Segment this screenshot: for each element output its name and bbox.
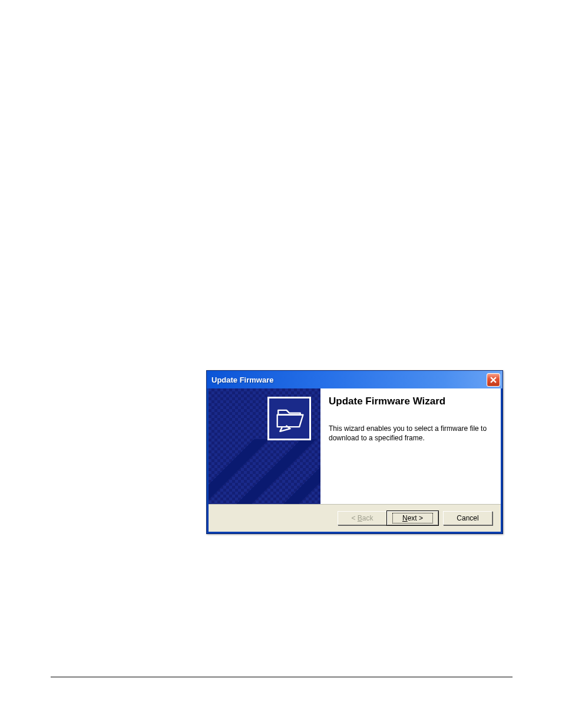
window-title: Update Firmware <box>211 375 487 384</box>
cancel-button[interactable]: Cancel <box>443 511 492 525</box>
back-button: < Back <box>338 511 387 525</box>
wizard-main-panel: Update Firmware Wizard This wizard enabl… <box>320 388 501 504</box>
firmware-folder-icon <box>267 397 311 440</box>
cancel-label: Cancel <box>457 514 478 522</box>
dialog-body: Update Firmware Wizard This wizard enabl… <box>207 388 503 533</box>
wizard-heading: Update Firmware Wizard <box>329 396 495 407</box>
titlebar[interactable]: Update Firmware <box>207 371 503 388</box>
update-firmware-dialog: Update Firmware <box>206 370 503 534</box>
close-icon <box>490 377 497 383</box>
nav-button-pair: < Back Next > <box>338 511 438 525</box>
next-label: Next > <box>392 513 433 523</box>
back-label: < Back <box>351 514 373 522</box>
close-button[interactable] <box>487 373 500 387</box>
button-row: < Back Next > Cancel <box>209 504 501 532</box>
wizard-description: This wizard enables you to select a firm… <box>329 424 495 443</box>
wizard-side-graphic <box>209 388 320 504</box>
page-divider <box>51 677 513 677</box>
next-button[interactable]: Next > <box>387 511 438 525</box>
side-diagonal-lines-icon <box>209 439 320 504</box>
content-row: Update Firmware Wizard This wizard enabl… <box>209 388 501 504</box>
